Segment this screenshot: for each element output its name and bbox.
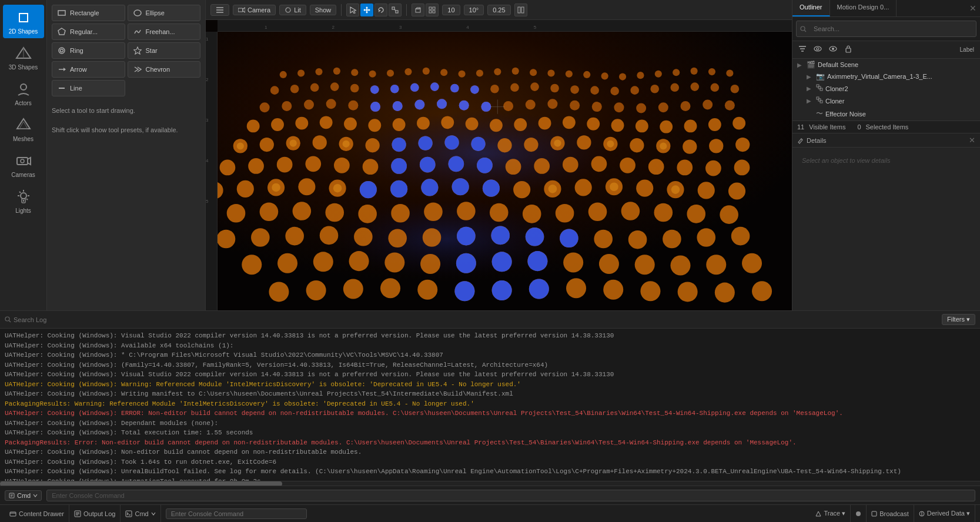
log-line: PackagingResults: Warning: Referenced Mo… [5, 399, 975, 409]
svg-point-229 [556, 204, 574, 223]
tool-line[interactable]: Line [52, 80, 125, 96]
svg-rect-48 [433, 7, 435, 9]
outliner-item-cloner2[interactable]: ▶ Cloner2 [792, 82, 980, 95]
status-output-log[interactable]: Output Log [69, 505, 121, 522]
sidebar-item-cameras[interactable]: Cameras [3, 148, 44, 182]
svg-rect-344 [126, 511, 132, 517]
filter-icon [798, 45, 807, 53]
status-trace[interactable]: Trace ▾ [811, 505, 851, 522]
select-tool-btn[interactable] [346, 4, 359, 16]
log-search [5, 316, 84, 323]
sidebar-item-3d-shapes[interactable]: 3D Shapes [3, 41, 44, 74]
sidebar-item-lights[interactable]: Lights [3, 184, 44, 218]
rotate-tool-btn[interactable] [374, 4, 387, 16]
tool-freehand[interactable]: Freehan... [128, 24, 201, 40]
tools-grid: Rectangle Ellipse Regular... Freehan... [52, 5, 200, 96]
svg-point-137 [437, 99, 447, 109]
tool-regular[interactable]: Regular... [52, 24, 125, 40]
svg-point-216 [698, 182, 715, 199]
2d-shapes-icon [14, 8, 33, 27]
lit-btn[interactable]: Lit [279, 5, 306, 15]
move-tool-btn[interactable] [360, 4, 373, 16]
tool-arrow[interactable]: Arrow [52, 61, 125, 78]
outliner-item-aximmetry-cam[interactable]: ▶ 📷 Aximmetry_Virtual_Camera_1-3_E... [792, 71, 980, 82]
scale-tool-btn[interactable] [389, 4, 402, 16]
sidebar-item-2d-shapes[interactable]: 2D Shapes [3, 5, 44, 38]
svg-point-269 [380, 278, 400, 298]
snap-value-btn[interactable]: 10° [464, 5, 484, 15]
svg-point-268 [343, 279, 363, 299]
status-cmd[interactable]: Cmd [121, 505, 160, 522]
viewport-area: Camera Lit Show [206, 0, 792, 310]
cmd-selector-1[interactable]: Cmd [5, 490, 42, 501]
tool-ellipse[interactable]: Ellipse [128, 5, 201, 21]
grid-btn[interactable] [426, 4, 439, 16]
details-title: Details [797, 137, 969, 144]
svg-point-230 [588, 202, 607, 221]
viewport-layout-btn[interactable] [514, 4, 527, 16]
details-close-btn[interactable]: ✕ [969, 136, 975, 145]
svg-point-247 [628, 230, 647, 249]
status-broadcast[interactable]: Broadcast [867, 505, 914, 522]
log-search-input[interactable] [14, 316, 84, 323]
outliner-item-default-scene[interactable]: ▶ 🎬 Default Scene [792, 59, 980, 71]
svg-point-109 [326, 99, 336, 109]
expand-icon-cloner: ▶ [807, 98, 814, 104]
effector-icon: 〜 [816, 109, 823, 119]
filter-btn[interactable] [796, 44, 809, 56]
viewport-canvas[interactable]: 1 2 3 4 5 1 2 3 4 5 [206, 20, 792, 310]
svg-point-73 [583, 71, 590, 78]
scene-background: /* coins generated below */ [218, 32, 792, 310]
cmd-input-1[interactable] [46, 490, 975, 501]
sidebar-item-actors[interactable]: Actors [3, 76, 44, 110]
log-filter-btn[interactable]: Filters ▾ [942, 314, 975, 325]
perspective-btn[interactable] [412, 4, 424, 16]
line-icon [57, 83, 66, 93]
field-value-btn[interactable]: 0.25 [487, 5, 510, 15]
status-record[interactable] [851, 505, 867, 522]
show-btn[interactable]: Show [310, 5, 337, 15]
outliner-items: ▶ 🎬 Default Scene ▶ 📷 Aximmetry_Virtual_… [792, 59, 980, 121]
outliner-search-input[interactable] [809, 23, 972, 35]
content-drawer-icon [9, 510, 16, 517]
log-line: UATHelper: Cooking (Windows): Dependant … [5, 419, 975, 429]
search-icon [800, 26, 807, 32]
status-cmd-input[interactable] [166, 508, 307, 519]
outliner-item-effector-noise[interactable]: ▶ 〜 Effector Noise [792, 107, 980, 121]
tool-star[interactable]: Star [128, 42, 201, 59]
svg-point-281 [418, 136, 432, 150]
svg-point-280 [392, 138, 406, 152]
log-line: UATHelper: Cooking (Windows): * C:\Progr… [5, 350, 975, 360]
lock-btn[interactable] [842, 44, 855, 56]
tool-rectangle[interactable]: Rectangle [52, 5, 125, 21]
grid-value-btn[interactable]: 10 [442, 5, 460, 15]
svg-line-16 [26, 199, 28, 200]
log-content[interactable]: UATHelper: Cooking (Windows): Visual Stu… [0, 329, 980, 481]
tool-chevron[interactable]: Chevron [128, 61, 201, 78]
status-derived-data[interactable]: Derived Data ▾ [914, 505, 975, 522]
tool-ring[interactable]: Ring [52, 42, 125, 59]
status-content-drawer[interactable]: Content Drawer [5, 505, 69, 522]
eye-btn[interactable] [811, 44, 824, 56]
hamburger-menu-btn[interactable] [210, 4, 229, 16]
close-panel-btn[interactable]: ✕ [966, 0, 980, 16]
cloner-svg [816, 96, 823, 103]
outliner-item-cloner[interactable]: ▶ Cloner [792, 95, 980, 107]
svg-point-85 [330, 82, 339, 91]
svg-point-133 [470, 85, 479, 94]
svg-rect-51 [518, 7, 520, 13]
toolbar-separator-2 [406, 4, 407, 16]
lights-icon [14, 188, 33, 206]
outliner-tab[interactable]: Outliner [792, 0, 830, 16]
camera-btn[interactable]: Camera [233, 5, 276, 15]
cmd-chevron-icon [151, 511, 156, 516]
lit-icon [285, 6, 292, 14]
sidebar-item-meshes[interactable]: Meshes [3, 112, 44, 146]
eye2-btn[interactable] [827, 44, 839, 56]
svg-point-285 [420, 157, 436, 173]
svg-point-122 [614, 102, 624, 112]
motion-design-tab[interactable]: Motion Design 0... [830, 0, 897, 16]
log-line: PackagingResults: Error: Non-editor buil… [5, 438, 975, 448]
label-col-btn[interactable]: Label [958, 45, 976, 54]
svg-point-68 [494, 68, 501, 75]
